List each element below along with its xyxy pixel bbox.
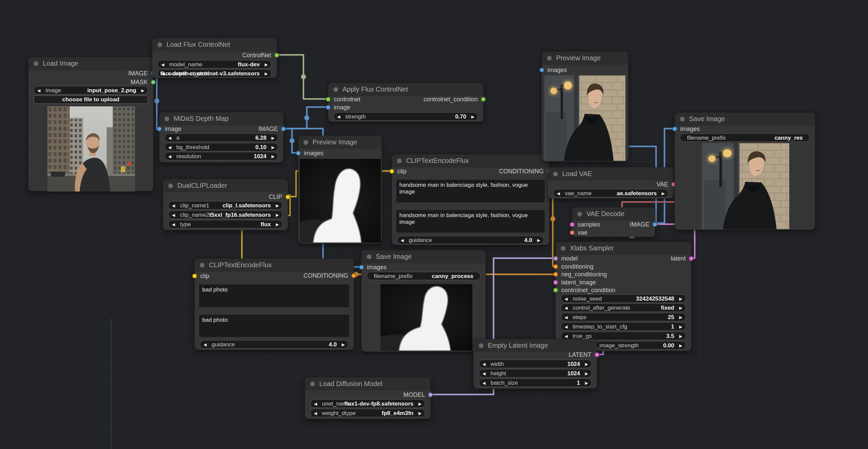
prompt-textarea[interactable]: handsome man in balenciaga style, fashio… xyxy=(396,210,545,233)
prompt-textarea[interactable]: bad photo xyxy=(199,315,349,337)
decrement-arrow-icon[interactable]: ◀ xyxy=(172,203,175,207)
collapse-dot-icon[interactable] xyxy=(479,343,484,348)
output-dot-icon[interactable] xyxy=(652,222,657,227)
decrement-arrow-icon[interactable]: ◀ xyxy=(564,306,567,310)
collapse-dot-icon[interactable] xyxy=(547,56,552,61)
node-clip-text-encode-flux-positive[interactable]: CLIPTextEncodeFluxclipCONDITIONING◀▶guid… xyxy=(392,154,549,245)
node-load-diffusion-model[interactable]: Load Diffusion ModelMODEL◀▶unet_nameflux… xyxy=(305,377,431,419)
increment-arrow-icon[interactable]: ▶ xyxy=(276,222,279,226)
decrement-arrow-icon[interactable]: ◀ xyxy=(564,325,567,329)
increment-arrow-icon[interactable]: ▶ xyxy=(679,315,682,319)
widget-width[interactable]: ◀▶width1024 xyxy=(479,360,592,368)
node-header[interactable]: Save Image xyxy=(362,250,486,263)
increment-arrow-icon[interactable]: ▶ xyxy=(679,306,682,310)
collapse-dot-icon[interactable] xyxy=(333,87,338,92)
widget-controlnet_path[interactable]: ◀▶controlnet_pathflux-depth-controlnet-v… xyxy=(157,69,272,78)
node-header[interactable]: Preview Image xyxy=(299,136,381,149)
widget-resolution[interactable]: ◀▶resolution1024 xyxy=(164,152,278,160)
widget-clip_name1[interactable]: ◀▶clip_name1clip_l.safetensors xyxy=(168,201,283,210)
node-header[interactable]: VAE Decode xyxy=(572,208,655,220)
input-dot-icon[interactable] xyxy=(326,105,331,110)
collapse-dot-icon[interactable] xyxy=(304,140,308,145)
node-xlabs-sampler[interactable]: Xlabs Samplermodelconditioningneg_condit… xyxy=(555,242,691,351)
widget-unet_name[interactable]: ◀▶unet_nameflux1-dev-fp8.safetensors xyxy=(310,399,425,408)
decrement-arrow-icon[interactable]: ◀ xyxy=(168,154,171,158)
node-apply-flux-controlnet[interactable]: Apply Flux ControlNetcontrolnetimagecont… xyxy=(328,83,484,122)
decrement-arrow-icon[interactable]: ◀ xyxy=(37,88,40,92)
decrement-arrow-icon[interactable]: ◀ xyxy=(483,381,486,385)
input-dot-icon[interactable] xyxy=(359,265,364,270)
increment-arrow-icon[interactable]: ▶ xyxy=(141,88,144,92)
widget-steps[interactable]: ◀▶steps25 xyxy=(561,313,686,322)
increment-arrow-icon[interactable]: ▶ xyxy=(272,136,275,140)
widget-a[interactable]: ◀▶a6.28 xyxy=(164,133,278,142)
node-midas-depth-map[interactable]: MiDaS Depth MapimageIMAGE◀▶a6.28◀▶bg_thr… xyxy=(159,112,284,162)
increment-arrow-icon[interactable]: ▶ xyxy=(418,411,422,415)
link-reroute-dot[interactable] xyxy=(305,115,310,120)
node-header[interactable]: Load VAE xyxy=(548,168,674,180)
node-save-image-process[interactable]: Save Imageimagesfilename_prefixcanny_pro… xyxy=(361,250,486,352)
decrement-arrow-icon[interactable]: ◀ xyxy=(564,334,567,338)
input-dot-icon[interactable] xyxy=(553,256,558,261)
widget-batch_size[interactable]: ◀▶batch_size1 xyxy=(479,379,592,387)
node-header[interactable]: Load Diffusion Model xyxy=(305,378,430,390)
prompt-textarea[interactable]: bad photo xyxy=(199,285,349,307)
widget-weight_dtype[interactable]: ◀▶weight_dtypefp8_e4m3fn xyxy=(310,409,425,417)
input-dot-icon[interactable] xyxy=(569,222,575,227)
input-dot-icon[interactable] xyxy=(569,230,575,235)
node-header[interactable]: Load Flux ControlNet xyxy=(152,38,277,51)
widget-control_after_generate[interactable]: ◀▶control_after_generatefixed xyxy=(561,304,686,312)
input-dot-icon[interactable] xyxy=(326,97,331,102)
increment-arrow-icon[interactable]: ▶ xyxy=(276,213,279,217)
node-header[interactable]: DualCLIPLoader xyxy=(163,179,288,192)
decrement-arrow-icon[interactable]: ◀ xyxy=(557,191,560,195)
widget-model_name[interactable]: ◀▶model_nameflux-dev xyxy=(157,60,272,69)
node-preview-image-depth[interactable]: Preview Imageimages xyxy=(298,136,382,244)
widget-filename_prefix[interactable]: filename_prefixcanny_process xyxy=(367,272,480,280)
increment-arrow-icon[interactable]: ▶ xyxy=(471,114,474,118)
increment-arrow-icon[interactable]: ▶ xyxy=(585,371,588,375)
output-dot-icon[interactable] xyxy=(274,53,279,58)
output-dot-icon[interactable] xyxy=(151,80,156,85)
node-header[interactable]: CLIPTextEncodeFlux xyxy=(195,259,353,272)
input-dot-icon[interactable] xyxy=(553,288,558,293)
widget-guidance[interactable]: ◀▶guidance4.0 xyxy=(397,236,544,244)
node-header[interactable]: Empty Latent Image xyxy=(474,339,597,352)
decrement-arrow-icon[interactable]: ◀ xyxy=(172,222,175,226)
increment-arrow-icon[interactable]: ▶ xyxy=(679,343,682,347)
output-dot-icon[interactable] xyxy=(481,97,486,102)
widget-bg_threshold[interactable]: ◀▶bg_threshold0.10 xyxy=(164,143,278,151)
widget-vae_name[interactable]: ◀▶vae_nameae.safetensors xyxy=(553,189,669,198)
node-preview-image-result[interactable]: Preview Imageimages xyxy=(542,52,628,161)
output-dot-icon[interactable] xyxy=(285,194,290,200)
collapse-dot-icon[interactable] xyxy=(680,117,685,121)
increment-arrow-icon[interactable]: ▶ xyxy=(679,325,682,329)
link-reroute-dot[interactable] xyxy=(550,216,555,221)
increment-arrow-icon[interactable]: ▶ xyxy=(342,342,345,346)
increment-arrow-icon[interactable]: ▶ xyxy=(679,334,682,338)
node-header[interactable]: Preview Image xyxy=(542,52,628,65)
increment-arrow-icon[interactable]: ▶ xyxy=(265,71,268,76)
collapse-dot-icon[interactable] xyxy=(310,382,315,386)
decrement-arrow-icon[interactable]: ◀ xyxy=(401,238,404,242)
node-header[interactable]: CLIPTextEncodeFlux xyxy=(392,154,549,167)
link-reroute-dot[interactable] xyxy=(154,99,159,104)
input-dot-icon[interactable] xyxy=(553,272,558,277)
node-load-flux-controlnet[interactable]: Load Flux ControlNetControlNet◀▶model_na… xyxy=(152,38,277,78)
collapse-dot-icon[interactable] xyxy=(200,263,205,268)
decrement-arrow-icon[interactable]: ◀ xyxy=(172,213,175,217)
widget-type[interactable]: ◀▶typeflux xyxy=(168,220,283,229)
node-save-image-result[interactable]: Save Imageimagesfilename_prefixcanny_res xyxy=(675,112,815,230)
node-header[interactable]: Save Image xyxy=(675,113,815,125)
widget-noise_seed[interactable]: ◀▶noise_seed324242532548 xyxy=(561,295,686,303)
link-reroute-dot[interactable] xyxy=(290,138,295,143)
collapse-dot-icon[interactable] xyxy=(367,255,371,259)
node-empty-latent-image[interactable]: Empty Latent ImageLATENT◀▶width1024◀▶hei… xyxy=(473,339,597,389)
decrement-arrow-icon[interactable]: ◀ xyxy=(314,401,317,406)
node-dual-clip-loader[interactable]: DualCLIPLoaderCLIP◀▶clip_name1clip_l.saf… xyxy=(163,179,288,230)
input-dot-icon[interactable] xyxy=(672,126,677,131)
decrement-arrow-icon[interactable]: ◀ xyxy=(483,362,486,366)
decrement-arrow-icon[interactable]: ◀ xyxy=(564,297,567,301)
input-dot-icon[interactable] xyxy=(553,264,558,269)
widget-clip_name2[interactable]: ◀▶clip_name2t5xxl_fp16.safetensors xyxy=(168,211,283,219)
